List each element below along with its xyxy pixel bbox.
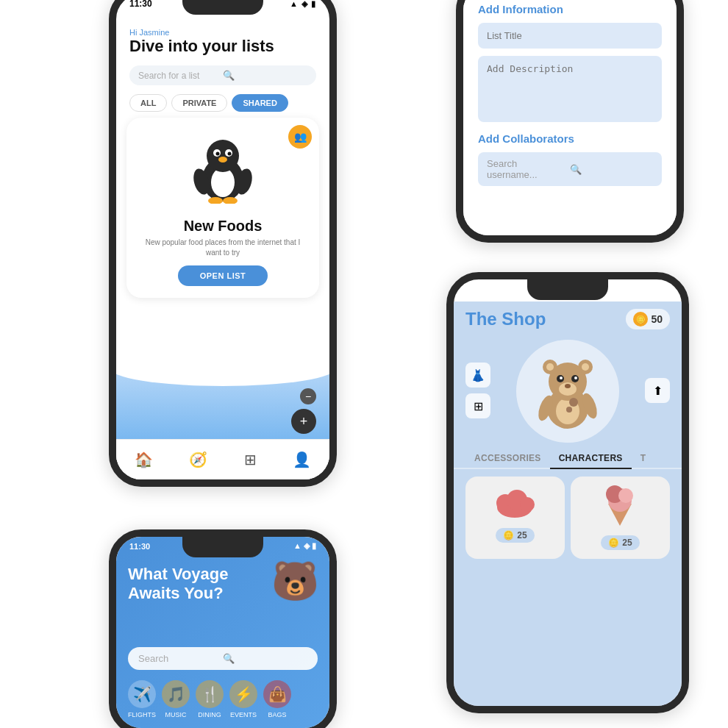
phone-1-lists: 11:30 ▲ ◈ ▮ Hi Jasmine Dive into your li… bbox=[109, 0, 337, 487]
events-icon: ⚡ bbox=[229, 680, 257, 708]
search-icon: 🔍 bbox=[223, 653, 307, 664]
add-list-button[interactable]: + bbox=[291, 409, 316, 434]
cloud-item-image bbox=[495, 485, 535, 524]
otter-svg bbox=[531, 351, 604, 432]
tab-accessories[interactable]: ACCESSORIES bbox=[465, 449, 550, 468]
shop-item-icecream[interactable]: 🪙 25 bbox=[571, 477, 670, 559]
shared-people-icon: 👥 bbox=[294, 131, 307, 143]
nav-profile-icon[interactable]: 👤 bbox=[293, 451, 311, 468]
add-collaborators-title: Add Collaborators bbox=[478, 132, 662, 145]
nav-explore-icon[interactable]: 🧭 bbox=[189, 451, 207, 468]
search-icon: 🔍 bbox=[223, 70, 307, 81]
svg-point-19 bbox=[574, 377, 577, 379]
phone-3-voyage: 11:30 ▲ ◈ ▮ What VoyageAwaits You? 🐻 Sea… bbox=[109, 529, 337, 728]
character-display: 👗 ⊞ bbox=[454, 332, 682, 449]
category-bags[interactable]: 👜 BAGS bbox=[263, 680, 291, 718]
minus-icon: − bbox=[305, 390, 311, 402]
phone3-time: 11:30 bbox=[129, 542, 150, 551]
cloud-svg bbox=[495, 485, 535, 518]
phone1-list-card: 👥 bbox=[126, 118, 319, 298]
flights-icon: ✈️ bbox=[128, 680, 156, 708]
coin-amount: 50 bbox=[651, 313, 663, 325]
category-dining[interactable]: 🍴 DINING bbox=[196, 680, 224, 718]
shop-item-cloud[interactable]: 🪙 25 bbox=[465, 477, 565, 559]
phone2-content: Add Information Add Collaborators Search… bbox=[463, 0, 677, 235]
tab-shared[interactable]: SHARED bbox=[232, 94, 288, 112]
icecream-item-image bbox=[604, 485, 637, 531]
wardrobe-icon[interactable]: 👗 bbox=[465, 363, 490, 388]
category-flights[interactable]: ✈️ FLIGHTS bbox=[128, 680, 156, 718]
coin-icon: 🪙 bbox=[633, 312, 648, 326]
nav-lists-icon[interactable]: ⊞ bbox=[244, 451, 257, 468]
phone1-time: 11:30 bbox=[129, 0, 152, 9]
bags-label: BAGS bbox=[268, 711, 287, 718]
penguin-svg bbox=[190, 134, 256, 204]
music-icon: 🎵 bbox=[162, 680, 190, 708]
plus-icon: + bbox=[300, 414, 308, 429]
shop-header: The Shop 🪙 50 bbox=[454, 301, 682, 332]
character-circle bbox=[516, 340, 619, 443]
card-title: New Foods bbox=[138, 218, 307, 235]
tab-private[interactable]: PRIVATE bbox=[171, 94, 227, 112]
phone1-greeting: Hi Jasmine bbox=[129, 28, 316, 37]
tab-all[interactable]: ALL bbox=[129, 94, 167, 112]
price-coin-icon: 🪙 bbox=[503, 530, 514, 540]
icecream-item-price: 🪙 25 bbox=[601, 535, 639, 550]
penguin-illustration bbox=[138, 128, 307, 215]
username-search-placeholder: Search username... bbox=[487, 158, 570, 180]
voyage-search-placeholder: Search bbox=[138, 653, 223, 664]
svg-point-18 bbox=[560, 377, 563, 379]
tab-third[interactable]: T bbox=[632, 449, 655, 468]
music-label: MUSIC bbox=[165, 711, 187, 718]
card-description: New popular food places from the interne… bbox=[138, 238, 307, 258]
svg-point-28 bbox=[566, 407, 572, 413]
list-title-input[interactable] bbox=[478, 23, 662, 49]
nav-home-icon[interactable]: 🏠 bbox=[135, 451, 153, 468]
icecream-price-value: 25 bbox=[622, 538, 632, 548]
tab-characters[interactable]: CHARACTERS bbox=[550, 449, 632, 469]
shop-tab-bar: ACCESSORIES CHARACTERS T bbox=[454, 449, 682, 469]
bags-icon: 👜 bbox=[263, 680, 291, 708]
card-shared-icon: 👥 bbox=[288, 125, 312, 149]
username-search-bar[interactable]: Search username... 🔍 bbox=[478, 152, 662, 186]
phone1-tab-bar: ALL PRIVATE SHARED bbox=[116, 91, 329, 118]
svg-point-2 bbox=[207, 140, 239, 172]
icecream-svg bbox=[604, 485, 637, 526]
dining-icon: 🍴 bbox=[196, 680, 224, 708]
voyage-search-bar[interactable]: Search 🔍 bbox=[128, 647, 318, 670]
share-icon[interactable]: ⬆ bbox=[645, 378, 670, 403]
phone1-navbar: 🏠 🧭 ⊞ 👤 bbox=[116, 439, 329, 479]
phone3-status-icons: ▲ ◈ ▮ bbox=[293, 541, 316, 551]
svg-point-36 bbox=[618, 488, 633, 503]
description-input[interactable] bbox=[478, 56, 662, 122]
svg-point-24 bbox=[582, 363, 589, 371]
grid-view-icon[interactable]: ⊞ bbox=[465, 393, 490, 418]
category-list: ✈️ FLIGHTS 🎵 MUSIC 🍴 DINING ⚡ EVENTS 👜 B… bbox=[128, 680, 318, 718]
voyage-title: What VoyageAwaits You? bbox=[128, 565, 229, 604]
phone4-notch bbox=[527, 279, 608, 300]
svg-point-20 bbox=[565, 384, 571, 388]
coin-balance: 🪙 50 bbox=[626, 309, 670, 329]
phone4-content: The Shop 🪙 50 👗 ⊞ bbox=[454, 301, 682, 706]
price-coin-icon2: 🪙 bbox=[608, 538, 619, 548]
left-action-icons: 👗 ⊞ bbox=[465, 363, 490, 418]
phone1-status-bar: 11:30 ▲ ◈ ▮ bbox=[116, 0, 329, 9]
svg-point-32 bbox=[520, 497, 535, 512]
bear-illustration: 🐻 bbox=[271, 559, 319, 604]
collapse-button[interactable]: − bbox=[300, 388, 316, 404]
phone1-search-placeholder: Search for a list bbox=[138, 71, 223, 81]
dining-label: DINING bbox=[198, 711, 221, 718]
cloud-item-price: 🪙 25 bbox=[496, 528, 534, 543]
phone1-status-icons: ▲ ◈ ▮ bbox=[290, 0, 316, 9]
svg-point-5 bbox=[216, 152, 220, 156]
phone1-title: Dive into your lists bbox=[129, 37, 316, 55]
category-music[interactable]: 🎵 MUSIC bbox=[162, 680, 190, 718]
category-events[interactable]: ⚡ EVENTS bbox=[229, 680, 257, 718]
phone3-status-bar: 11:30 ▲ ◈ ▮ bbox=[116, 541, 329, 551]
svg-point-27 bbox=[569, 398, 578, 407]
open-list-button[interactable]: OPEN LIST bbox=[178, 265, 268, 286]
share-action-icon[interactable]: ⬆ bbox=[645, 378, 670, 403]
flights-label: FLIGHTS bbox=[128, 711, 156, 718]
phone1-search-bar[interactable]: Search for a list 🔍 bbox=[129, 65, 316, 85]
phone-4-shop: The Shop 🪙 50 👗 ⊞ bbox=[446, 272, 689, 713]
